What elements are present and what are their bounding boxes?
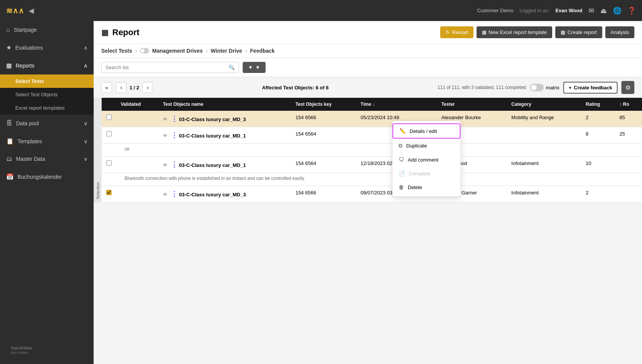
details-edit-label: Details / edit (410, 128, 437, 134)
eye-icon[interactable]: 👁 (163, 116, 168, 122)
data-pool-icon: 🗄 (6, 120, 12, 127)
mail-icon[interactable]: ✉ (588, 6, 594, 15)
affected-info: Affected Test Objects: 6 of 6 (262, 85, 329, 91)
top-bar-right: Customer Demo Logged in as: Evan Wood ✉ … (477, 6, 636, 15)
master-data-icon: 🗂 (6, 155, 12, 162)
sidebar-item-select-test-objects[interactable]: Select Test Objects (0, 88, 94, 101)
eye-icon[interactable]: 👁 (163, 192, 168, 197)
row-checkbox-cell[interactable] (102, 157, 116, 173)
row-obj-name: 👁 ⋮ 03-C-Class luxury car_MD_1 (158, 127, 291, 144)
breadcrumb-management-drives[interactable]: Management Drives (152, 48, 203, 54)
reports-label-icon: ▦ Reports (6, 62, 34, 69)
page-info: 1 / 2 (130, 85, 139, 91)
col-category: Category (507, 98, 581, 111)
search-input[interactable] (105, 65, 229, 70)
sidebar-item-select-tests[interactable]: Select Tests (0, 74, 94, 88)
table-header-row: Validated Test Objects name Test Objects… (102, 98, 642, 111)
sidebar-item-reports[interactable]: ▦ Reports ∧ (0, 57, 94, 74)
create-report-button[interactable]: ▦ Create report (555, 26, 602, 38)
filter-button[interactable]: ▼ ▼ (243, 62, 266, 73)
report-title-icon: ▦ (101, 28, 109, 37)
row-checkbox-cell[interactable] (102, 186, 116, 202)
report-title: ▦ Report (101, 28, 139, 37)
context-menu-item-delete[interactable]: 🗑 Delete (392, 180, 460, 194)
dots-icon[interactable]: ⋮ (171, 115, 178, 123)
stats-info: 111 of 111, with 3 validated, 111 comple… (438, 85, 526, 90)
row-obj-key: 154 6566 (291, 111, 356, 127)
reports-arrow: ∧ (84, 63, 88, 69)
dots-icon[interactable]: ⋮ (171, 131, 178, 139)
breadcrumb-feedback[interactable]: Feedback (250, 48, 275, 54)
prev-page-button[interactable]: ‹ (116, 82, 126, 93)
expand-button[interactable]: » (101, 82, 112, 93)
row-rating: 10 (581, 157, 615, 173)
gear-icon: ⚙ (625, 84, 631, 91)
eye-icon[interactable]: 👁 (163, 162, 168, 168)
sidebar-item-buchungskalender-label: Buchungskalender (18, 174, 62, 180)
search-input-wrap[interactable]: 🔍 (101, 62, 239, 73)
row-category: Mobility and Range (507, 111, 581, 127)
create-feedback-button[interactable]: + Create feedback (563, 82, 618, 94)
col-checkbox (102, 98, 116, 111)
context-menu-item-add-comment[interactable]: 🗨 Add comment (392, 153, 460, 167)
report-title-text: Report (112, 28, 139, 37)
sidebar: ⌂ Startpage ★ Evaluations ∧ ▦ Reports ∧ … (0, 21, 94, 364)
row-note-cell: ce (102, 144, 642, 157)
master-data-arrow: ∨ (84, 156, 88, 162)
analysis-button[interactable]: Analysis (605, 26, 634, 38)
next-page-button[interactable]: › (142, 82, 153, 93)
row-checkbox[interactable] (106, 115, 112, 120)
table-row: 👁 ⋮ 03-C-Class luxury car_MD_1 154 6564 … (102, 127, 642, 144)
row-checkbox-cell[interactable] (102, 127, 116, 144)
sidebar-item-evaluations[interactable]: ★ Evaluations ∧ (0, 39, 94, 57)
row-rating: 2 (581, 186, 615, 202)
sidebar-toggle-icon[interactable]: ◀ (29, 6, 34, 15)
sidebar-item-master-data[interactable]: 🗂 Master Data ∨ (0, 150, 94, 168)
dots-icon[interactable]: ⋮ (171, 190, 178, 198)
breadcrumb-toggle[interactable] (140, 48, 149, 53)
reload-button[interactable]: ↻ Reload (440, 26, 473, 38)
dots-icon[interactable]: ⋮ (171, 161, 178, 168)
sidebar-item-excel-report-templates[interactable]: Excel report templates (0, 101, 94, 115)
globe-icon[interactable]: 🌐 (613, 6, 621, 15)
eye-icon[interactable]: 👁 (163, 133, 168, 139)
sidebar-item-evaluations-label: Evaluations (15, 45, 43, 51)
col-rating: Rating (581, 98, 615, 111)
context-menu-item-details-edit[interactable]: ✏️ Details / edit (392, 123, 460, 139)
table-row: 👁 ⋮ 03-C-Class luxury car_MD_3 154 6566 … (102, 186, 642, 202)
gear-button[interactable]: ⚙ (621, 81, 634, 94)
row-category (507, 127, 581, 144)
row-ro (615, 186, 642, 202)
templates-arrow: ∨ (84, 138, 88, 144)
row-checkbox[interactable] (106, 190, 112, 195)
table-row: 👁 ⋮ 03-C-Class luxury car_MD_3 154 6566 … (102, 111, 642, 127)
row-ro: 25 (615, 127, 642, 144)
row-checkbox[interactable] (106, 160, 112, 166)
content: ▦ Report ↻ Reload ▦ New Excel report tem… (94, 21, 642, 364)
context-menu-item-duplicate[interactable]: ⧉ Duplicate (392, 139, 460, 153)
sidebar-item-templates-label: Templates (18, 138, 42, 144)
row-validated (116, 186, 158, 202)
row-checkbox-cell[interactable] (102, 111, 116, 127)
delete-icon: 🗑 (399, 184, 404, 190)
row-category: Infotainment (507, 186, 581, 202)
sidebar-item-data-pool[interactable]: 🗄 Data pool ∨ (0, 115, 94, 132)
new-excel-button[interactable]: ▦ New Excel report template (477, 26, 552, 38)
sidebar-item-data-pool-label: Data pool (16, 120, 39, 126)
evaluations-label-icon: ★ Evaluations (6, 44, 43, 51)
matrix-toggle-switch[interactable] (530, 84, 544, 91)
row-validated (116, 157, 158, 173)
username-label: Evan Wood (555, 8, 582, 13)
sidebar-item-templates[interactable]: 📋 Templates ∨ (0, 132, 94, 150)
help-icon[interactable]: ❓ (627, 6, 636, 15)
sidebar-item-buchungskalender[interactable]: 📅 Buchungskalender (0, 168, 94, 186)
sidebar-item-startpage[interactable]: ⌂ Startpage (0, 21, 94, 39)
breadcrumb-select-tests[interactable]: Select Tests (101, 48, 132, 54)
top-bar: ≋∧∧ ◀ Customer Demo Logged in as: Evan W… (0, 0, 642, 21)
col-tester: Tester (437, 98, 507, 111)
row-checkbox[interactable] (106, 131, 112, 136)
sidebar-item-reports-label: Reports (16, 63, 34, 69)
breadcrumb-winter-drive[interactable]: Winter Drive (211, 48, 242, 54)
filter-icon: ▼ (248, 65, 253, 70)
logout-icon[interactable]: ⏏ (600, 6, 607, 15)
